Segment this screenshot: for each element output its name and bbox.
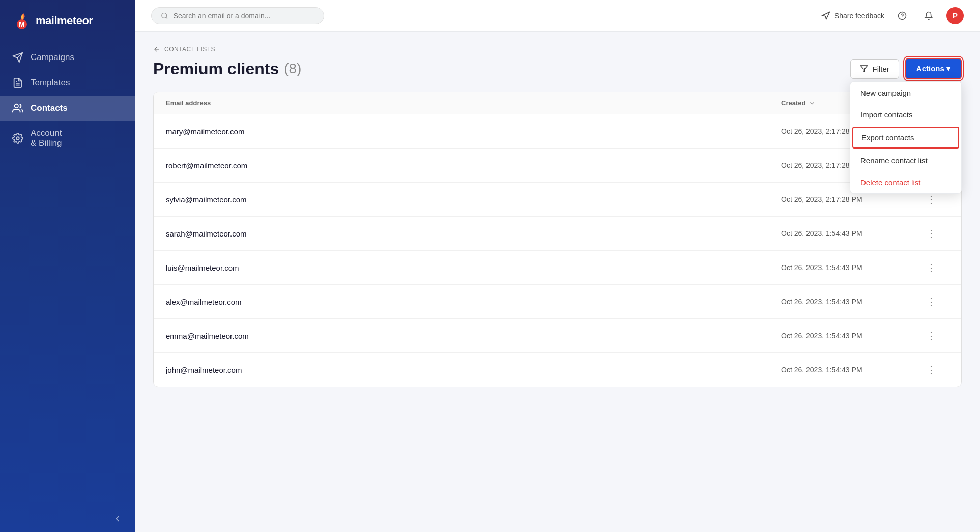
actions-label: Actions ▾ (916, 64, 950, 73)
arrow-left-icon (153, 46, 160, 53)
sidebar-item-campaigns[interactable]: Campaigns (0, 45, 135, 70)
sidebar-item-label-templates: Templates (31, 78, 70, 88)
breadcrumb[interactable]: CONTACT LISTS (153, 46, 962, 53)
megaphone-icon (821, 11, 830, 20)
sidebar-item-label-contacts: Contacts (31, 103, 68, 113)
created-cell: Oct 26, 2023, 1:54:43 PM (781, 366, 924, 374)
actions-button[interactable]: Actions ▾ (905, 58, 962, 79)
topbar: Share feedback P (135, 0, 980, 32)
sidebar-item-label-account: Account& Billing (31, 128, 62, 149)
help-button[interactable] (893, 7, 911, 24)
chevron-left-icon (112, 514, 123, 524)
svg-text:M: M (19, 20, 25, 28)
email-cell: mary@mailmeteor.com (166, 127, 781, 136)
email-cell: sylvia@mailmeteor.com (166, 195, 781, 204)
page-title-text: Premium clients (153, 60, 279, 78)
table-row: sarah@mailmeteor.com Oct 26, 2023, 1:54:… (154, 217, 961, 251)
contacts-icon (12, 103, 23, 114)
send-icon (12, 52, 23, 63)
dropdown-item-export-contacts[interactable]: Export contacts (852, 127, 959, 149)
table-row: mary@mailmeteor.com Oct 26, 2023, 2:17:2… (154, 114, 961, 149)
filter-icon (860, 65, 868, 73)
row-more-button[interactable]: ⋮ (924, 226, 939, 241)
created-cell: Oct 26, 2023, 1:54:43 PM (781, 263, 924, 272)
page-header: Premium clients (8) Filter Actions ▾ (153, 58, 962, 79)
row-more-button[interactable]: ⋮ (924, 294, 939, 309)
column-header-email: Email address (166, 99, 781, 107)
email-cell: sarah@mailmeteor.com (166, 229, 781, 238)
actions-dropdown-menu: New campaign Import contacts Export cont… (850, 81, 962, 194)
table-row: alex@mailmeteor.com Oct 26, 2023, 1:54:4… (154, 285, 961, 319)
question-icon (898, 11, 907, 20)
sidebar-item-label-campaigns: Campaigns (31, 52, 74, 63)
logo-icon: M (12, 11, 32, 31)
table-row: john@mailmeteor.com Oct 26, 2023, 1:54:4… (154, 353, 961, 387)
created-cell: Oct 26, 2023, 2:17:28 PM (781, 195, 924, 203)
filter-button[interactable]: Filter (850, 59, 899, 79)
email-cell: emma@mailmeteor.com (166, 332, 781, 340)
created-cell: Oct 26, 2023, 1:54:43 PM (781, 332, 924, 340)
dropdown-item-new-campaign[interactable]: New campaign (850, 82, 961, 104)
table-row: luis@mailmeteor.com Oct 26, 2023, 1:54:4… (154, 251, 961, 285)
svg-point-8 (162, 13, 167, 18)
email-cell: robert@mailmeteor.com (166, 161, 781, 170)
svg-point-7 (16, 137, 19, 140)
share-feedback-button[interactable]: Share feedback (821, 11, 884, 20)
email-cell: john@mailmeteor.com (166, 366, 781, 374)
row-more-button[interactable]: ⋮ (924, 192, 939, 207)
search-bar[interactable] (151, 7, 324, 24)
import-contacts-label: Import contacts (860, 110, 913, 119)
row-more-button[interactable]: ⋮ (924, 260, 939, 275)
sidebar: M mailmeteor Campaigns Templates (0, 0, 135, 532)
avatar[interactable]: P (946, 7, 964, 24)
email-cell: alex@mailmeteor.com (166, 298, 781, 306)
page-title: Premium clients (8) (153, 60, 301, 78)
dropdown-item-import-contacts[interactable]: Import contacts (850, 104, 961, 126)
topbar-right: Share feedback P (821, 7, 964, 24)
notifications-button[interactable] (920, 7, 937, 24)
dropdown-item-rename-contact-list[interactable]: Rename contact list (850, 150, 961, 171)
created-cell: Oct 26, 2023, 1:54:43 PM (781, 298, 924, 306)
breadcrumb-label: CONTACT LISTS (164, 46, 215, 53)
sidebar-item-templates[interactable]: Templates (0, 70, 135, 96)
header-actions: Filter Actions ▾ New campaign Import con… (850, 58, 962, 79)
table-row: emma@mailmeteor.com Oct 26, 2023, 1:54:4… (154, 319, 961, 353)
gear-icon (12, 133, 23, 144)
table-row: robert@mailmeteor.com Oct 26, 2023, 2:17… (154, 149, 961, 183)
svg-marker-13 (861, 66, 868, 72)
contact-count-badge: (8) (284, 61, 301, 77)
logo[interactable]: M mailmeteor (0, 0, 135, 45)
row-more-button[interactable]: ⋮ (924, 328, 939, 343)
filter-label: Filter (872, 65, 889, 73)
email-cell: luis@mailmeteor.com (166, 263, 781, 272)
export-contacts-label: Export contacts (861, 133, 914, 142)
share-feedback-label: Share feedback (834, 12, 884, 20)
search-input[interactable] (174, 12, 314, 20)
content-area: CONTACT LISTS Premium clients (8) Filter… (135, 32, 980, 532)
actions-dropdown-wrapper: Actions ▾ New campaign Import contacts E… (905, 58, 962, 79)
search-icon (161, 12, 168, 20)
dropdown-item-delete-contact-list[interactable]: Delete contact list (850, 171, 961, 193)
row-more-button[interactable]: ⋮ (924, 362, 939, 377)
sidebar-item-contacts[interactable]: Contacts (0, 96, 135, 121)
table-header: Email address Created (154, 92, 961, 114)
column-email-label: Email address (166, 99, 211, 107)
app-name: mailmeteor (36, 14, 93, 27)
file-icon (12, 77, 23, 88)
bell-icon (924, 11, 933, 20)
created-cell: Oct 26, 2023, 1:54:43 PM (781, 229, 924, 238)
sidebar-nav: Campaigns Templates Contacts (0, 45, 135, 506)
table-row: sylvia@mailmeteor.com Oct 26, 2023, 2:17… (154, 183, 961, 217)
sort-down-icon (809, 100, 816, 107)
sidebar-item-account-billing[interactable]: Account& Billing (0, 121, 135, 156)
contacts-table: Email address Created mary@mailmeteor.co… (153, 92, 962, 387)
sidebar-collapse-button[interactable] (0, 506, 135, 532)
delete-contact-list-label: Delete contact list (860, 178, 920, 187)
rename-contact-list-label: Rename contact list (860, 156, 928, 165)
new-campaign-label: New campaign (860, 88, 911, 97)
svg-line-9 (166, 17, 167, 18)
svg-point-6 (15, 104, 18, 108)
table-body: mary@mailmeteor.com Oct 26, 2023, 2:17:2… (154, 114, 961, 387)
column-created-label: Created (781, 99, 805, 107)
main-area: Share feedback P (135, 0, 980, 532)
